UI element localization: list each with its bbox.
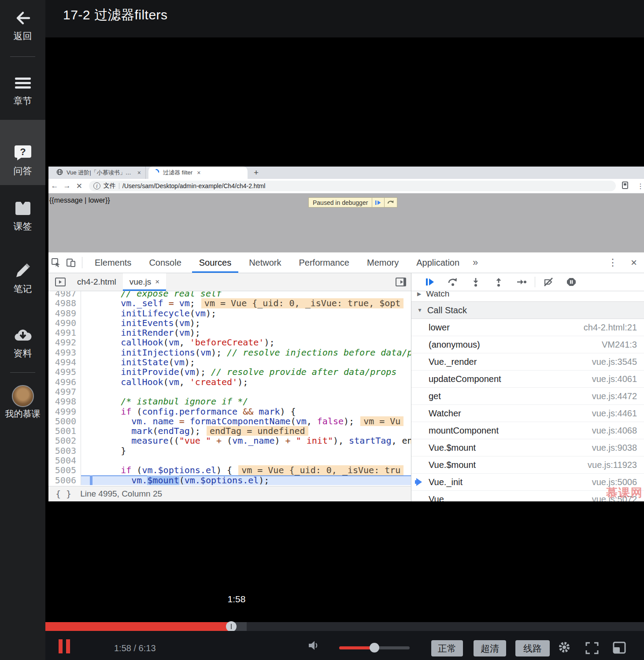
- line-number[interactable]: 4998: [48, 397, 81, 406]
- tab-close-icon[interactable]: ×: [137, 169, 141, 176]
- line-number[interactable]: 4993: [48, 348, 81, 357]
- code-line[interactable]: 4990 initEvents(vm);: [48, 318, 411, 328]
- line-number[interactable]: 5001: [48, 426, 81, 436]
- pause-button[interactable]: [59, 639, 70, 653]
- code-line[interactable]: 4987 // expose real self: [48, 291, 411, 298]
- file-tab-close-icon[interactable]: ×: [155, 278, 159, 286]
- code-editor[interactable]: 4987 // expose real self4988 vm._self = …: [48, 291, 411, 486]
- code-line[interactable]: 5001 mark(endTag);endTag = undefined: [48, 426, 411, 436]
- line-number[interactable]: 4991: [48, 328, 81, 337]
- pause-on-exceptions-icon[interactable]: [560, 277, 583, 287]
- sidebar-item-back[interactable]: 返回: [0, 8, 45, 42]
- step-over-icon[interactable]: [441, 277, 464, 287]
- inspect-element-icon[interactable]: [48, 257, 63, 268]
- code-line[interactable]: 5003 }: [48, 446, 411, 456]
- browser-tab[interactable]: 过滤器 filter×: [148, 167, 248, 179]
- line-number[interactable]: 5002: [48, 436, 81, 445]
- line-number[interactable]: 5003: [48, 446, 81, 456]
- quality-button-1[interactable]: 超清: [474, 640, 506, 656]
- show-navigator-icon[interactable]: [55, 277, 66, 287]
- sidebar-item-mymooc[interactable]: 我的慕课: [0, 386, 45, 420]
- call-stack-frame[interactable]: updateComponentvue.js:4061: [411, 371, 644, 388]
- line-number[interactable]: 4987: [48, 291, 81, 298]
- line-number[interactable]: 4988: [48, 298, 81, 308]
- fullscreen-icon[interactable]: [585, 641, 599, 656]
- video-progress-bar[interactable]: [45, 622, 644, 631]
- line-number[interactable]: 4992: [48, 337, 81, 347]
- sidebar-item-chapters[interactable]: 章节: [0, 73, 45, 107]
- code-line[interactable]: 4996 callHook(vm, 'created');: [48, 377, 411, 387]
- code-line[interactable]: 4998 /* istanbul ignore if */: [48, 397, 411, 406]
- address-bar[interactable]: i 文件 /Users/sam/Desktop/admin-example/Ch…: [89, 181, 616, 191]
- browser-menu-icon[interactable]: ⋮: [637, 182, 644, 190]
- pretty-print-icon[interactable]: { }: [56, 489, 71, 499]
- settings-gear-icon[interactable]: [558, 641, 571, 656]
- code-line[interactable]: 4989 initLifecycle(vm);: [48, 308, 411, 318]
- code-line[interactable]: 4988 vm._self = vm;vm = Vue {_uid: 0, _i…: [48, 298, 411, 308]
- show-debugger-sidebar-icon[interactable]: [395, 277, 407, 287]
- progress-handle[interactable]: [226, 621, 237, 632]
- theater-mode-icon[interactable]: [613, 641, 626, 656]
- line-number[interactable]: 4990: [48, 318, 81, 328]
- code-line[interactable]: 4995 initProvide(vm); // resolve provide…: [48, 367, 411, 377]
- sidebar-item-notes[interactable]: 笔记: [0, 261, 45, 295]
- browser-forward-icon[interactable]: →: [61, 182, 73, 190]
- line-number[interactable]: 4999: [48, 407, 81, 416]
- line-number[interactable]: 5004: [48, 456, 81, 465]
- step-out-icon[interactable]: [487, 277, 510, 287]
- deactivate-breakpoints-icon[interactable]: [537, 277, 560, 287]
- volume-handle[interactable]: [370, 643, 379, 653]
- sidebar-item-qa[interactable]: ?问答: [0, 120, 45, 185]
- browser-back-icon[interactable]: ←: [48, 182, 61, 190]
- more-panels-icon[interactable]: »: [468, 257, 482, 268]
- file-tab-vue.js[interactable]: vue.js×: [123, 273, 167, 291]
- resume-script-icon[interactable]: [418, 277, 441, 287]
- line-number[interactable]: 4989: [48, 308, 81, 318]
- code-line[interactable]: 4992 callHook(vm, 'beforeCreate');: [48, 337, 411, 347]
- extension-icon[interactable]: [622, 182, 628, 191]
- code-line[interactable]: 4993 initInjections(vm); // resolve inje…: [48, 348, 411, 357]
- code-line[interactable]: 5005 if (vm.$options.el) {vm = Vue {_uid…: [48, 465, 411, 475]
- call-stack-frame[interactable]: getvue.js:4472: [411, 388, 644, 405]
- devtools-panel-tab-sources[interactable]: Sources: [190, 252, 240, 273]
- devtools-panel-tab-elements[interactable]: Elements: [86, 252, 140, 273]
- code-line[interactable]: 5000 vm._name = formatComponentName(vm, …: [48, 416, 411, 426]
- call-stack-frame[interactable]: Vue.$mountvue.js:11923: [411, 456, 644, 474]
- volume-slider[interactable]: [339, 646, 410, 649]
- code-line[interactable]: 5004: [48, 456, 411, 465]
- code-line[interactable]: 4999 if (config.performance && mark) {: [48, 407, 411, 416]
- devtools-panel-tab-memory[interactable]: Memory: [358, 252, 407, 273]
- line-number[interactable]: 4997: [48, 387, 81, 397]
- step-icon[interactable]: [510, 277, 533, 287]
- code-line[interactable]: 4997: [48, 387, 411, 397]
- call-stack-frame[interactable]: mountComponentvue.js:4068: [411, 422, 644, 439]
- call-stack-frame[interactable]: Vue._rendervue.js:3545: [411, 353, 644, 371]
- banner-resume-icon[interactable]: [372, 198, 384, 207]
- line-number[interactable]: 5006: [48, 475, 81, 485]
- browser-stop-icon[interactable]: ✕: [73, 182, 85, 191]
- watch-section[interactable]: ▶ Watch: [411, 291, 644, 302]
- devtools-menu-icon[interactable]: ⋮: [608, 257, 618, 268]
- page-info-icon[interactable]: i: [93, 182, 100, 189]
- call-stack-frame[interactable]: Vue.$mountvue.js:9038: [411, 439, 644, 456]
- browser-tab[interactable]: Vue 进阶|「小慕读书」管理后台×: [52, 167, 146, 179]
- quality-button-2[interactable]: 线路: [515, 640, 550, 656]
- tab-close-icon[interactable]: ×: [197, 169, 200, 176]
- new-tab-icon[interactable]: +: [254, 168, 259, 178]
- call-stack-frame[interactable]: lowerch4-2.html:21: [411, 319, 644, 336]
- call-stack-frame[interactable]: (anonymous)VM241:3: [411, 336, 644, 353]
- devtools-panel-tab-application[interactable]: Application: [407, 252, 468, 273]
- code-line[interactable]: 4994 initState(vm);: [48, 357, 411, 367]
- devtools-panel-tab-performance[interactable]: Performance: [290, 252, 359, 273]
- video-stage[interactable]: Vue 进阶|「小慕读书」管理后台×过滤器 filter×+ ← → ✕ i 文…: [45, 37, 644, 660]
- devtools-panel-tab-network[interactable]: Network: [240, 252, 290, 273]
- line-number[interactable]: 4995: [48, 367, 81, 377]
- devtools-panel-tab-console[interactable]: Console: [140, 252, 190, 273]
- call-stack-frame[interactable]: Watchervue.js:4461: [411, 405, 644, 422]
- line-number[interactable]: 4996: [48, 377, 81, 387]
- line-number[interactable]: 4994: [48, 357, 81, 367]
- sidebar-item-bookmark[interactable]: 课签: [0, 198, 45, 233]
- line-number[interactable]: 5005: [48, 465, 81, 475]
- code-line[interactable]: 4991 initRender(vm);: [48, 328, 411, 337]
- call-stack-section-header[interactable]: ▼ Call Stack: [411, 302, 644, 319]
